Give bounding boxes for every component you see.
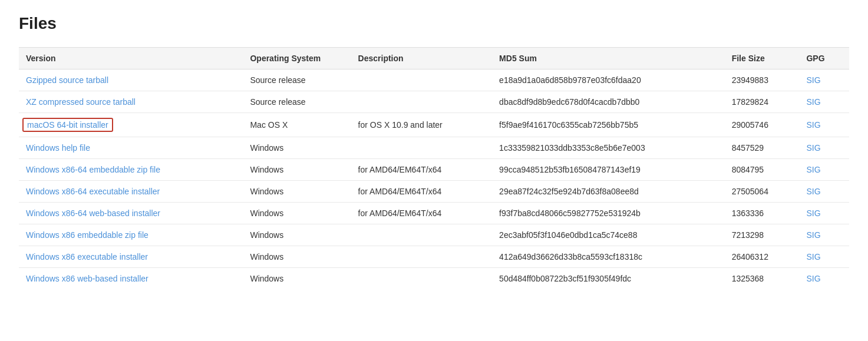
col-header-os: Operating System — [243, 48, 351, 69]
os-cell: Windows — [243, 268, 351, 290]
description-cell — [351, 137, 493, 159]
version-cell: XZ compressed source tarball — [19, 91, 243, 113]
version-cell: Windows x86-64 embeddable zip file — [19, 159, 243, 181]
md5-cell: dbac8df9d8b9edc678d0f4cacdb7dbb0 — [492, 91, 725, 113]
gpg-sig-link[interactable]: SIG — [806, 252, 820, 261]
version-link[interactable]: Windows x86-64 executable installer — [26, 187, 160, 196]
filesize-cell: 8457529 — [725, 137, 800, 159]
filesize-cell: 27505064 — [725, 181, 800, 203]
col-header-gpg: GPG — [799, 48, 849, 69]
table-row: XZ compressed source tarballSource relea… — [19, 91, 849, 113]
col-header-md5: MD5 Sum — [492, 48, 725, 69]
gpg-cell: SIG — [799, 268, 849, 290]
md5-cell: 99cca948512b53fb165084787143ef19 — [492, 159, 725, 181]
col-header-version: Version — [19, 48, 243, 69]
version-cell: Windows x86 web-based installer — [19, 268, 243, 290]
filesize-cell: 17829824 — [725, 91, 800, 113]
gpg-sig-link[interactable]: SIG — [806, 187, 820, 196]
gpg-cell: SIG — [799, 91, 849, 113]
filesize-cell: 1325368 — [725, 268, 800, 290]
md5-cell: 29ea87f24c32f5e924b7d63f8a08ee8d — [492, 181, 725, 203]
gpg-sig-link[interactable]: SIG — [806, 274, 820, 283]
version-cell: Windows x86 embeddable zip file — [19, 224, 243, 246]
files-table: Version Operating System Description MD5… — [19, 47, 849, 289]
version-cell: Windows x86-64 executable installer — [19, 181, 243, 203]
version-link[interactable]: Windows x86 web-based installer — [26, 274, 148, 283]
gpg-sig-link[interactable]: SIG — [806, 120, 820, 130]
os-cell: Mac OS X — [243, 113, 351, 137]
md5-cell: f5f9ae9f416170c6355cab7256bb75b5 — [492, 113, 725, 137]
table-row: Windows x86-64 executable installerWindo… — [19, 181, 849, 203]
gpg-cell: SIG — [799, 159, 849, 181]
filesize-cell: 8084795 — [725, 159, 800, 181]
description-cell: for AMD64/EM64T/x64 — [351, 159, 493, 181]
os-cell: Source release — [243, 91, 351, 113]
description-cell — [351, 268, 493, 290]
table-row: Windows x86 executable installerWindows4… — [19, 246, 849, 268]
gpg-cell: SIG — [799, 203, 849, 224]
gpg-cell: SIG — [799, 181, 849, 203]
version-link[interactable]: XZ compressed source tarball — [26, 97, 136, 107]
table-row: macOS 64-bit installerMac OS Xfor OS X 1… — [19, 113, 849, 137]
col-header-description: Description — [351, 48, 493, 69]
gpg-sig-link[interactable]: SIG — [806, 208, 820, 218]
gpg-sig-link[interactable]: SIG — [806, 97, 820, 107]
md5-cell: 412a649d36626d33b8ca5593cf18318c — [492, 246, 725, 268]
md5-cell: f93f7ba8cd48066c59827752e531924b — [492, 203, 725, 224]
version-link[interactable]: Windows help file — [26, 143, 90, 153]
md5-cell: 1c33359821033ddb3353c8e5b6e7e003 — [492, 137, 725, 159]
version-link[interactable]: Windows x86-64 web-based installer — [26, 208, 160, 218]
version-link[interactable]: Gzipped source tarball — [26, 75, 108, 85]
os-cell: Source release — [243, 69, 351, 91]
gpg-sig-link[interactable]: SIG — [806, 230, 820, 240]
description-cell — [351, 224, 493, 246]
version-link[interactable]: macOS 64-bit installer — [27, 120, 108, 130]
gpg-cell: SIG — [799, 113, 849, 137]
os-cell: Windows — [243, 137, 351, 159]
os-cell: Windows — [243, 159, 351, 181]
gpg-cell: SIG — [799, 69, 849, 91]
description-cell — [351, 246, 493, 268]
gpg-cell: SIG — [799, 246, 849, 268]
gpg-cell: SIG — [799, 224, 849, 246]
table-row: Windows help fileWindows1c33359821033ddb… — [19, 137, 849, 159]
version-cell: Windows help file — [19, 137, 243, 159]
table-row: Windows x86-64 embeddable zip fileWindow… — [19, 159, 849, 181]
table-row: Windows x86-64 web-based installerWindow… — [19, 203, 849, 224]
version-link[interactable]: Windows x86 executable installer — [26, 252, 148, 261]
description-cell: for OS X 10.9 and later — [351, 113, 493, 137]
filesize-cell: 23949883 — [725, 69, 800, 91]
os-cell: Windows — [243, 224, 351, 246]
version-link[interactable]: Windows x86 embeddable zip file — [26, 230, 148, 240]
table-row: Windows x86 embeddable zip fileWindows2e… — [19, 224, 849, 246]
table-row: Gzipped source tarballSource releasee18a… — [19, 69, 849, 91]
filesize-cell: 26406312 — [725, 246, 800, 268]
md5-cell: 2ec3abf05f3f1046e0dbd1ca5c74ce88 — [492, 224, 725, 246]
filesize-cell: 1363336 — [725, 203, 800, 224]
version-cell: Windows x86-64 web-based installer — [19, 203, 243, 224]
description-cell: for AMD64/EM64T/x64 — [351, 181, 493, 203]
filesize-cell: 7213298 — [725, 224, 800, 246]
filesize-cell: 29005746 — [725, 113, 800, 137]
gpg-cell: SIG — [799, 137, 849, 159]
gpg-sig-link[interactable]: SIG — [806, 143, 820, 153]
gpg-sig-link[interactable]: SIG — [806, 75, 820, 85]
os-cell: Windows — [243, 203, 351, 224]
col-header-filesize: File Size — [725, 48, 800, 69]
description-cell — [351, 69, 493, 91]
os-cell: Windows — [243, 181, 351, 203]
md5-cell: 50d484ff0b08722b3cf51f9305f49fdc — [492, 268, 725, 290]
description-cell: for AMD64/EM64T/x64 — [351, 203, 493, 224]
description-cell — [351, 91, 493, 113]
gpg-sig-link[interactable]: SIG — [806, 165, 820, 174]
table-row: Windows x86 web-based installerWindows50… — [19, 268, 849, 290]
table-header-row: Version Operating System Description MD5… — [19, 48, 849, 69]
page-title: Files — [19, 14, 849, 33]
os-cell: Windows — [243, 246, 351, 268]
version-cell: Gzipped source tarball — [19, 69, 243, 91]
version-cell: macOS 64-bit installer — [19, 113, 243, 137]
version-cell: Windows x86 executable installer — [19, 246, 243, 268]
md5-cell: e18a9d1a0a6d858b9787e03fc6fdaa20 — [492, 69, 725, 91]
version-link[interactable]: Windows x86-64 embeddable zip file — [26, 165, 160, 174]
